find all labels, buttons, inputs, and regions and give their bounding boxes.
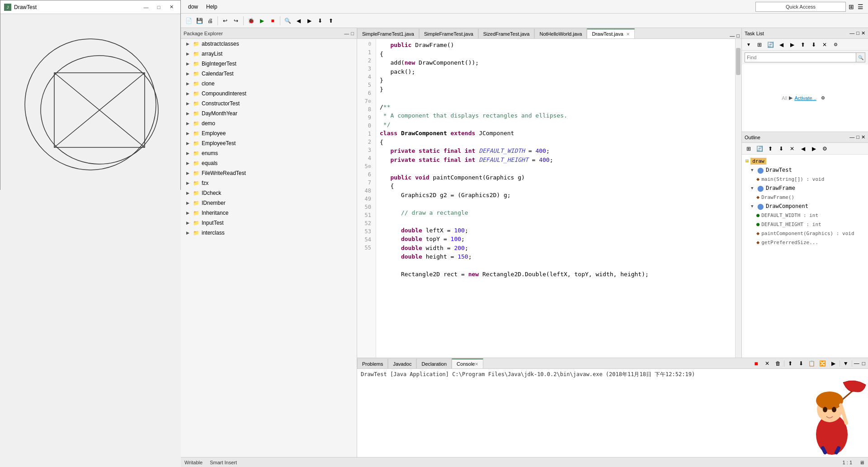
toolbar-run[interactable]: ▶ (257, 16, 267, 26)
toolbar-undo[interactable]: ↩ (220, 16, 230, 26)
console-maximize[interactable]: □ (861, 359, 866, 368)
tl-btn-9[interactable]: ⚙ (830, 40, 840, 50)
outline-item-drawframe-ctor[interactable]: ◆ DrawFrame() (742, 193, 868, 202)
tl-btn-1[interactable]: ▼ (744, 40, 754, 50)
tab-sizedframetest[interactable]: SizedFrameTest.java (478, 28, 535, 38)
tree-item-calendar[interactable]: ▶ 📁 CalendarTest (181, 69, 357, 79)
tree-item-abstractclasses[interactable]: ▶ 📁 abstractclasses (181, 39, 357, 49)
tree-item-filewrite[interactable]: ▶ 📁 FileWriteReadTest (181, 168, 357, 178)
editor-minimize-icon[interactable]: — (730, 33, 735, 38)
console-btn-3[interactable]: 📋 (807, 359, 817, 368)
tree-item-idnember[interactable]: ▶ 📁 IDnember (181, 198, 357, 208)
code-view[interactable]: public DrawFrame(){ add(new DrawComponen… (376, 39, 735, 358)
menu-window[interactable]: dow (184, 3, 202, 11)
console-content[interactable]: DrawTest [Java Application] C:\Program F… (357, 369, 868, 457)
outline-btn-2[interactable]: 🔄 (755, 144, 764, 154)
menu-help[interactable]: Help (203, 3, 221, 11)
tree-item-biginteger[interactable]: ▶ 📁 BigIntegerTest (181, 59, 357, 69)
tree-item-equals[interactable]: ▶ 📁 equals (181, 158, 357, 168)
toolbar-back[interactable]: ◀ (293, 16, 303, 26)
toolbar-icon-1[interactable]: ⊞ (848, 2, 855, 11)
close-button[interactable]: ✕ (166, 3, 177, 12)
tree-item-arraylist[interactable]: ▶ 📁 arrayList (181, 49, 357, 59)
tl-btn-5[interactable]: ▶ (787, 40, 797, 50)
tree-item-idcheck[interactable]: ▶ 📁 IDcheck (181, 188, 357, 198)
pkg-minimize-icon[interactable]: — (344, 31, 349, 36)
outline-btn-4[interactable]: ⬇ (776, 144, 786, 154)
tl-btn-4[interactable]: ◀ (776, 40, 786, 50)
tab-close-icon[interactable]: ✕ (626, 32, 630, 37)
toolbar-search[interactable]: 🔍 (283, 16, 292, 26)
tab-simpleframetest[interactable]: SimpleFrameTest.java (419, 28, 478, 38)
console-btn-1[interactable]: ⬆ (785, 359, 795, 368)
tab-drawtest[interactable]: DrawTest.java ✕ (587, 28, 634, 38)
tab-close-icon[interactable]: ✕ (475, 362, 478, 367)
outline-item-getpreferredsize[interactable]: ◆ getPreferredSize... (742, 238, 868, 247)
outline-item-drawtest[interactable]: ▼ ⬤ DrawTest (742, 165, 868, 175)
find-button[interactable]: 🔍 (856, 53, 865, 62)
console-terminate-btn[interactable]: ✕ (762, 359, 772, 368)
tab-javadoc[interactable]: Javadoc (388, 359, 416, 368)
tree-item-interclass[interactable]: ▶ 📁 interclass (181, 228, 357, 238)
outline-item-paintcomponent[interactable]: ◆ paintComponent(Graphics) : void (742, 229, 868, 238)
editor-maximize-icon[interactable]: □ (736, 33, 740, 38)
outline-item-main[interactable]: ◆ main(String[]) : void (742, 175, 868, 184)
pkg-explorer-tree[interactable]: ▶ 📁 abstractclasses ▶ 📁 arrayList ▶ 📁 Bi… (181, 39, 357, 457)
console-stop-btn[interactable]: ■ (751, 359, 761, 368)
outline-btn-3[interactable]: ⬆ (765, 144, 775, 154)
outline-close[interactable]: ✕ (861, 134, 865, 140)
activate-link[interactable]: Activate... (794, 95, 816, 101)
tree-item-inputtest[interactable]: ▶ 📁 InputTest (181, 218, 357, 228)
tree-item-constructor[interactable]: ▶ 📁 ConstructorTest (181, 99, 357, 108)
toolbar-save[interactable]: 💾 (194, 16, 204, 26)
tab-console[interactable]: Console ✕ (452, 359, 483, 368)
outline-item-draw-pkg[interactable]: ⊞ draw (742, 156, 868, 165)
task-list-minimize[interactable]: — (849, 30, 854, 36)
outline-item-drawcomponent[interactable]: ▼ ⬤ DrawComponent (742, 202, 868, 211)
find-input[interactable] (745, 53, 856, 62)
outline-item-default-width[interactable]: ● DEFAULT_WIDTH : int (742, 211, 868, 220)
console-minimize[interactable]: — (853, 359, 860, 368)
tree-item-fzx[interactable]: ▶ 📁 fzx (181, 178, 357, 188)
toolbar-icon-2[interactable]: ☰ (857, 2, 864, 11)
tree-item-employee[interactable]: ▶ 📁 Employee (181, 128, 357, 138)
tl-btn-7[interactable]: ⬇ (809, 40, 819, 50)
toolbar-print[interactable]: 🖨 (205, 16, 215, 26)
outline-maximize[interactable]: □ (856, 134, 859, 140)
task-list-maximize[interactable]: □ (856, 30, 859, 36)
tl-btn-2[interactable]: ⊞ (755, 40, 764, 50)
tree-item-employeetest[interactable]: ▶ 📁 EmployeeTest (181, 138, 357, 148)
tree-item-daymonth[interactable]: ▶ 📁 DayMonthYear (181, 108, 357, 118)
console-dropdown[interactable]: ▼ (841, 359, 851, 368)
toolbar-debug[interactable]: 🐞 (246, 16, 256, 26)
toolbar-stop[interactable]: ■ (268, 16, 278, 26)
tree-item-demo[interactable]: ▶ 📁 demo (181, 118, 357, 128)
tab-nothelloworld[interactable]: NotHelloWorld.java (534, 28, 587, 38)
tl-btn-6[interactable]: ⬆ (798, 40, 808, 50)
console-btn-4[interactable]: 🔀 (818, 359, 828, 368)
tl-btn-3[interactable]: 🔄 (765, 40, 775, 50)
tree-item-compound[interactable]: ▶ 📁 CompoundInterest (181, 89, 357, 99)
tab-simpleframetest1[interactable]: SimpleFrameTest1.java (357, 28, 419, 38)
outline-btn-6[interactable]: ◀ (798, 144, 808, 154)
outline-minimize[interactable]: — (849, 134, 854, 140)
editor-scrollbar[interactable] (735, 39, 741, 358)
tab-problems[interactable]: Problems (357, 359, 388, 368)
outline-item-default-height[interactable]: ● DEFAULT_HEIGHT : int (742, 220, 868, 229)
outline-btn-5[interactable]: ✕ (787, 144, 797, 154)
toolbar-next[interactable]: ⬇ (315, 16, 325, 26)
outline-btn-8[interactable]: ⚙ (820, 144, 830, 154)
task-settings-btn[interactable]: ⚙ (818, 93, 828, 103)
tl-btn-8[interactable]: ✕ (820, 40, 830, 50)
maximize-button[interactable]: □ (153, 3, 164, 12)
outline-item-drawframe[interactable]: ▼ ⬤ DrawFrame (742, 184, 868, 193)
outline-btn-1[interactable]: ⊞ (744, 144, 754, 154)
tab-declaration[interactable]: Declaration (416, 359, 452, 368)
toolbar-new[interactable]: 📄 (184, 16, 193, 26)
console-remove-btn[interactable]: 🗑 (773, 359, 783, 368)
toolbar-prev[interactable]: ⬆ (326, 16, 336, 26)
toolbar-forward[interactable]: ▶ (304, 16, 314, 26)
console-btn-5[interactable]: ▶ (829, 359, 839, 368)
minimize-button[interactable]: — (141, 3, 151, 12)
quick-access-box[interactable]: Quick Access (755, 2, 846, 12)
